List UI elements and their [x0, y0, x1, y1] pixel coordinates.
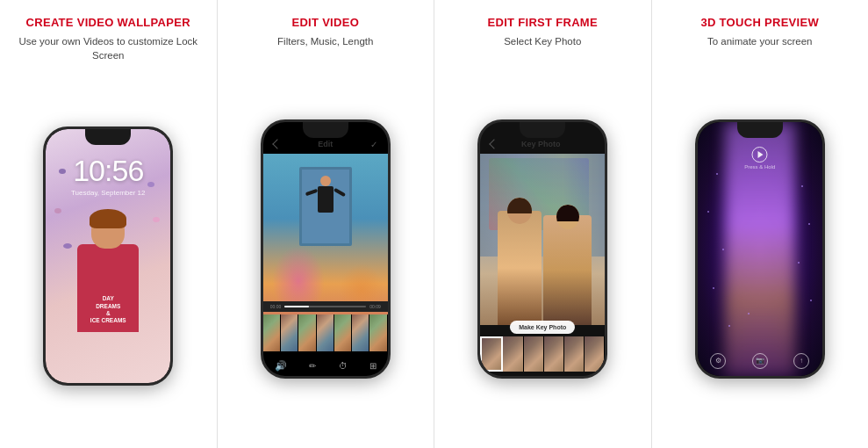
dancer-figure [318, 176, 334, 213]
clock-icon[interactable]: ⏱ [339, 361, 348, 371]
panel-3-title: EDIT FIRST FRAME [488, 16, 598, 30]
share-icon[interactable]: ↑ [793, 353, 809, 369]
key-photo-main-image [480, 154, 605, 325]
panel-3-subtitle: Select Key Photo [504, 34, 581, 48]
panel-1-title: CREATE VIDEO WALLPAPER [26, 16, 190, 30]
girl-2 [543, 215, 592, 325]
timeline-cell-7 [369, 314, 387, 351]
phone-wrap-1: 10:56 Tuesday, September 12 DAYDREAMS&IC… [43, 75, 173, 437]
timeline-cell-6 [352, 314, 369, 351]
play-circle-icon [752, 147, 768, 163]
child-hair [90, 209, 126, 228]
dot-2 [707, 211, 709, 213]
girl-2-head [556, 205, 579, 229]
strip-cell-5[interactable] [564, 336, 585, 372]
check-icon[interactable]: ✓ [370, 140, 377, 149]
panel-3d-touch: 3D TOUCH PREVIEW To animate your screen [652, 0, 869, 448]
phone4-background: Press & Hold ⚙ 📷 ↑ [698, 122, 822, 376]
dot-4 [713, 287, 714, 289]
photo-strip[interactable] [480, 336, 605, 372]
dot-3 [722, 249, 724, 250]
progress-fill [284, 306, 309, 307]
phone-screen-2: Edit ✓ [263, 122, 388, 376]
camera-icon[interactable]: 📷 [752, 353, 768, 369]
dot-5 [728, 325, 730, 327]
edit-icon[interactable]: ✏ [309, 361, 316, 371]
timeline-cell-4 [317, 314, 334, 351]
phone-screen-4: Press & Hold ⚙ 📷 ↑ [698, 122, 822, 376]
butterfly-1 [59, 169, 66, 174]
edit-header-title: Edit [318, 140, 333, 148]
child-figure: DAYDREAMS&ICE CREAMS [64, 207, 152, 383]
phone1-background: 10:56 Tuesday, September 12 DAYDREAMS&IC… [46, 129, 170, 383]
strip-cell-4[interactable] [544, 336, 564, 372]
dot-8 [798, 262, 800, 264]
butterfly-2 [147, 182, 154, 187]
timeline-cell-3 [298, 314, 316, 351]
lock-screen-time: 10:56 [73, 154, 143, 188]
phone-frame-3: Key Photo [477, 119, 607, 379]
back-icon[interactable] [272, 140, 282, 149]
phone-frame-4: Press & Hold ⚙ 📷 ↑ [695, 119, 825, 379]
edit-video-main-image [263, 154, 388, 316]
key-photo-header-title: Key Photo [521, 140, 561, 148]
phone-screen-3: Key Photo [480, 122, 605, 376]
panel-2-title: EDIT VIDEO [291, 16, 359, 30]
settings-icon[interactable]: ⚙ [710, 353, 726, 369]
phone2-header: Edit ✓ [263, 140, 388, 149]
phone-wrap-2: Edit ✓ [261, 61, 391, 437]
make-key-photo-button[interactable]: Make Key Photo [510, 321, 575, 334]
progress-track[interactable] [284, 306, 366, 307]
phone-frame-1: 10:56 Tuesday, September 12 DAYDREAMS&IC… [43, 126, 173, 386]
press-hold-text: Press & Hold [744, 164, 775, 170]
dot-9 [810, 300, 812, 301]
dot-1 [716, 173, 718, 175]
phone3-header: Key Photo [480, 140, 605, 148]
phone2-background: Edit ✓ [263, 122, 388, 376]
dot-7 [808, 223, 810, 225]
progress-area: 00:00 00:09 [263, 301, 388, 312]
play-triangle [758, 151, 764, 158]
panel-4-title: 3D TOUCH PREVIEW [700, 16, 819, 30]
phone-frame-2: Edit ✓ [261, 119, 391, 379]
butterfly-3 [54, 208, 61, 213]
girls-photo [480, 202, 605, 325]
strip-cell-6[interactable] [585, 336, 605, 372]
back-icon-3[interactable] [490, 139, 499, 148]
panel-edit-first-frame: EDIT FIRST FRAME Select Key Photo Key Ph… [434, 0, 652, 448]
panel-edit-video: EDIT VIDEO Filters, Music, Length Edit ✓ [218, 0, 435, 448]
phone4-bottom-controls: ⚙ 📷 ↑ [698, 353, 822, 369]
phone-wrap-3: Key Photo [477, 61, 607, 437]
press-hold-indicator: Press & Hold [744, 147, 775, 170]
dot-6 [801, 185, 803, 187]
dancer-body [318, 186, 334, 213]
strip-cell-selected[interactable] [480, 336, 503, 372]
girl-2-hair [556, 205, 579, 222]
lock-screen-date: Tuesday, September 12 [71, 189, 146, 197]
phone-wrap-4: Press & Hold ⚙ 📷 ↑ [695, 61, 825, 437]
girl-1 [498, 211, 542, 325]
dot-10 [748, 313, 750, 314]
phone3-background: Key Photo [480, 122, 605, 376]
timeline-cell-2 [281, 314, 298, 351]
shirt-text: DAYDREAMS&ICE CREAMS [77, 295, 139, 325]
panel-4-subtitle: To animate your screen [707, 34, 813, 48]
child-body: DAYDREAMS&ICE CREAMS [77, 244, 139, 332]
phone2-bottom-controls: 🔊 ✏ ⏱ ⊞ [263, 360, 388, 372]
timeline-cell-5 [334, 314, 352, 351]
timeline-cell-1 [263, 314, 281, 351]
speaker-icon[interactable]: 🔊 [275, 360, 287, 372]
timeline-strip[interactable] [263, 314, 388, 351]
panel-create-video: CREATE VIDEO WALLPAPER Use your own Vide… [0, 0, 218, 448]
butterfly-4 [153, 217, 160, 222]
layers-icon[interactable]: ⊞ [369, 361, 377, 371]
strip-cell-3[interactable] [524, 336, 544, 372]
panel-2-subtitle: Filters, Music, Length [277, 34, 373, 48]
dancer-head [320, 176, 331, 186]
time-end: 00:09 [369, 304, 381, 309]
time-start: 00:00 [270, 304, 282, 309]
strip-cell-2[interactable] [503, 336, 523, 372]
phone-screen-1: 10:56 Tuesday, September 12 DAYDREAMS&IC… [46, 129, 170, 383]
girl-1-head [507, 198, 532, 224]
panel-1-subtitle: Use your own Videos to customize Lock Sc… [11, 34, 206, 62]
